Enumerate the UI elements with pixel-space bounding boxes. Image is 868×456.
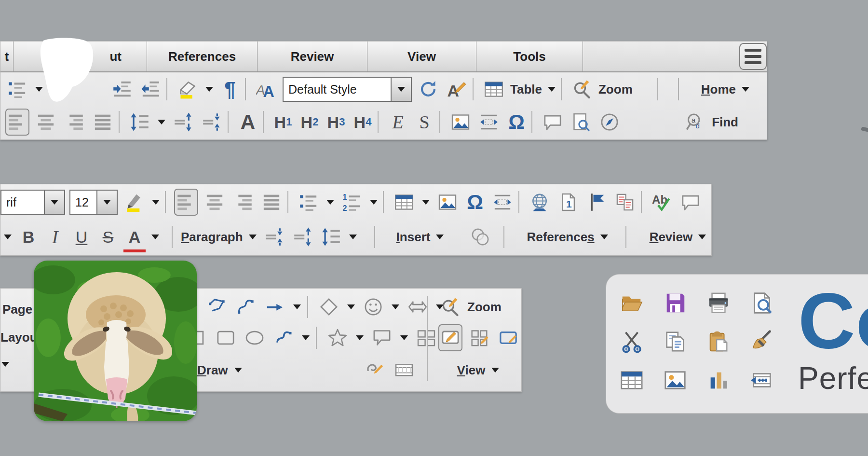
curve-icon[interactable] [234,293,258,320]
font-color[interactable]: A [123,223,146,250]
zoom-label[interactable]: Zoom [467,300,502,315]
numbered-list-dropdown[interactable] [368,195,379,209]
edit-style-icon[interactable]: A [445,76,469,103]
page-group-label[interactable]: Page [2,302,32,317]
hyperlink-icon[interactable] [528,189,552,216]
underline[interactable]: U [70,223,93,250]
tab-ut[interactable]: ut [14,41,147,71]
review-menu[interactable]: Review [650,230,693,245]
draw-menu[interactable]: Draw [197,363,228,378]
heading-1[interactable]: H1 [272,109,294,136]
print-preview-icon[interactable] [748,289,776,317]
bullet-list-dropdown[interactable] [325,195,336,209]
font-size-combo[interactable]: 12 [69,190,118,215]
align-right-icon[interactable] [231,189,255,216]
navigator-icon[interactable] [597,109,622,136]
table-icon[interactable] [392,189,416,216]
table-label[interactable]: Table [510,82,542,97]
bold[interactable]: B [17,223,40,250]
cut-icon[interactable] [618,328,646,356]
callout-icon[interactable] [370,324,394,351]
ellipse-shape-icon[interactable] [243,324,267,351]
bullet-list-icon[interactable] [297,189,321,216]
cross-reference-icon[interactable] [613,189,637,216]
insert-dropdown[interactable] [434,230,445,244]
references-dropdown[interactable] [599,230,610,244]
line-spacing-icon[interactable] [319,223,343,250]
bullet-list-dropdown[interactable] [34,82,44,97]
strikethrough[interactable]: S [97,223,119,250]
image-icon[interactable] [661,366,689,394]
spacing-inc-icon[interactable] [291,223,315,250]
paragraph-menu[interactable]: Paragraph [181,230,243,245]
text-frame-icon[interactable] [477,109,501,136]
track-changes-icon[interactable] [707,189,712,216]
open-icon[interactable] [618,289,646,317]
star-icon[interactable] [326,324,350,351]
font-name-combo[interactable]: rif [0,190,65,215]
align-left-icon[interactable] [5,109,29,136]
align-left-icon[interactable] [174,189,198,216]
font-name-combo-dropdown[interactable] [44,191,64,214]
table-dropdown[interactable] [420,195,431,209]
justify-icon[interactable] [259,189,284,216]
arrow-icon[interactable] [263,293,287,320]
indent-less-icon[interactable] [138,76,163,103]
view-dropdown[interactable] [490,363,501,377]
paragraph-style-combo[interactable]: Default Style [283,77,412,102]
view-web-icon[interactable] [496,324,520,351]
special-character[interactable]: Ω [464,189,486,216]
no-character-style[interactable]: A [237,109,259,136]
home-menu[interactable]: Home [701,82,736,97]
char-style-icon[interactable]: AA [254,76,278,103]
indent-more-icon[interactable] [110,76,134,103]
lines-dropdown[interactable] [292,300,302,314]
align-center-icon[interactable] [203,189,227,216]
find-icon[interactable]: ad [683,109,707,136]
view-multi-icon[interactable] [467,324,491,351]
basic-shapes-dropdown[interactable] [346,300,356,314]
align-center-icon[interactable] [34,109,58,136]
spacing-dec-icon[interactable] [200,109,224,136]
tab-review[interactable]: Review [258,41,367,71]
zoom-icon[interactable] [570,76,594,103]
numbered-list-icon[interactable]: 12 [340,189,364,216]
spacing-dec-icon[interactable] [262,223,286,250]
special-character[interactable]: Ω [505,109,528,136]
formatting-marks[interactable]: ¶ [219,76,241,103]
line-spacing-dropdown[interactable] [348,230,358,244]
line-spacing-dropdown[interactable] [156,115,167,129]
paragraph-style-combo-value[interactable]: Default Style [284,83,391,97]
align-right-icon[interactable] [62,109,86,136]
symbol-shapes-dropdown[interactable] [390,300,401,314]
paste-icon[interactable] [705,328,732,356]
bookmark-icon[interactable] [584,189,609,216]
text-frame-icon[interactable] [490,189,515,216]
strong-style[interactable]: S [413,109,435,136]
block-arrow-icon[interactable] [406,293,430,320]
heading-2[interactable]: H2 [298,109,321,136]
table-icon[interactable] [482,76,506,103]
image-icon[interactable] [435,189,460,216]
highlight-dropdown[interactable] [204,82,215,97]
emphasis-style[interactable]: E [387,109,409,136]
chart-icon[interactable] [705,366,732,394]
copy-icon[interactable] [661,328,689,356]
shapes-icon[interactable] [468,223,492,250]
smiley-icon[interactable] [361,293,385,320]
curve2-icon[interactable] [271,324,296,351]
insert-menu[interactable]: Insert [396,230,431,245]
highlight-pen-icon[interactable] [122,189,146,216]
page-preview-icon[interactable] [569,109,593,136]
find-label[interactable]: Find [712,115,738,130]
font-size-combo-value[interactable]: 12 [70,195,96,209]
clone-formatting-icon[interactable] [748,328,776,356]
spellcheck-icon[interactable]: Ab [650,189,674,216]
font-size-combo-dropdown[interactable] [96,191,117,214]
comment-icon[interactable] [678,189,703,216]
references-menu[interactable]: References [527,230,594,245]
tab-references[interactable]: References [147,41,258,71]
heading-4[interactable]: H4 [352,109,374,136]
update-style-icon[interactable] [416,76,440,103]
hamburger-menu-icon[interactable] [739,43,767,70]
